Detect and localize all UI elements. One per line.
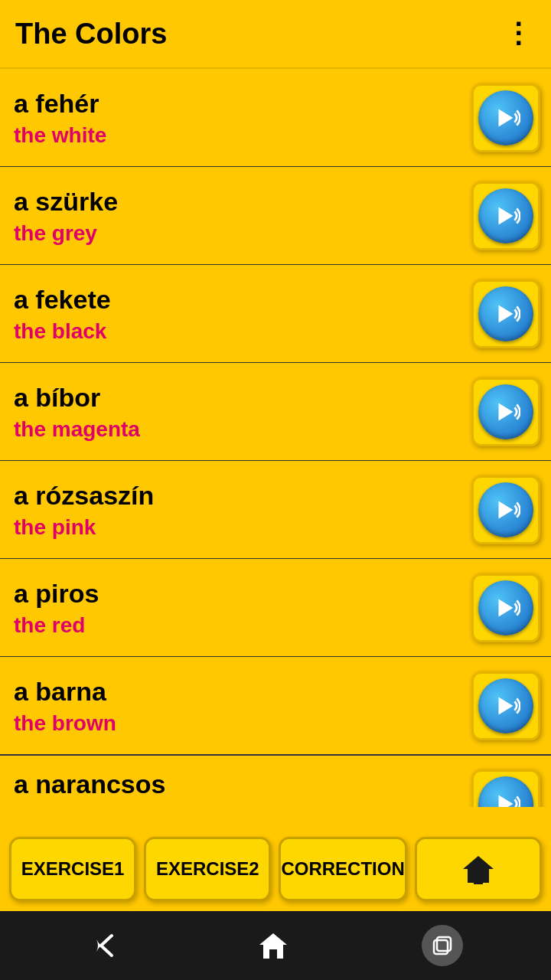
menu-icon[interactable]: ⋮: [500, 14, 536, 54]
list-item: a barna the brown: [0, 657, 551, 755]
item-secondary-2: the black: [14, 319, 111, 344]
audio-button-6[interactable]: [471, 671, 540, 740]
list-item: a fehér the white: [0, 69, 551, 167]
bottom-toolbar: EXERCISE1 EXERCISE2 CORRECTION: [0, 827, 551, 911]
page-title: The Colors: [15, 18, 167, 51]
list-item: a piros the red: [0, 559, 551, 657]
item-primary-3: a bíbor: [14, 383, 140, 413]
audio-button-7[interactable]: [471, 769, 540, 807]
audio-button-2[interactable]: [471, 279, 540, 348]
audio-button-3[interactable]: [471, 377, 540, 446]
audio-button-5[interactable]: [471, 573, 540, 642]
recents-button[interactable]: [422, 925, 463, 966]
item-text-3: a bíbor the magenta: [14, 383, 140, 442]
svg-rect-12: [437, 937, 451, 951]
item-text-4: a rózsaszín the pink: [14, 481, 154, 540]
item-secondary-4: the pink: [14, 515, 154, 540]
exercise1-button[interactable]: EXERCISE1: [9, 837, 136, 901]
home-icon: [461, 852, 495, 886]
item-primary-7: a narancsos: [14, 769, 165, 799]
item-text-5: a piros the red: [14, 579, 99, 638]
item-text-0: a fehér the white: [14, 89, 106, 148]
item-primary-0: a fehér: [14, 89, 106, 119]
vocabulary-list: a fehér the white a szürke the grey a fe…: [0, 69, 551, 827]
android-nav-bar: [0, 911, 551, 980]
item-secondary-0: the white: [14, 123, 106, 148]
svg-marker-1: [499, 207, 514, 225]
item-primary-2: a fekete: [14, 285, 111, 315]
item-secondary-1: the grey: [14, 221, 118, 246]
item-secondary-3: the magenta: [14, 417, 140, 442]
item-text-6: a barna the brown: [14, 677, 116, 736]
app-header: The Colors ⋮: [0, 0, 551, 69]
item-secondary-6: the brown: [14, 711, 116, 736]
svg-marker-6: [499, 697, 514, 715]
svg-marker-10: [259, 933, 287, 959]
list-item: a bíbor the magenta: [0, 363, 551, 461]
home-nav-button[interactable]: [255, 927, 292, 964]
correction-button[interactable]: CORRECTION: [279, 837, 406, 901]
item-secondary-5: the red: [14, 613, 99, 638]
svg-rect-11: [434, 940, 448, 954]
svg-marker-0: [499, 109, 514, 127]
item-primary-1: a szürke: [14, 187, 118, 217]
exercise2-button[interactable]: EXERCISE2: [144, 837, 271, 901]
item-primary-5: a piros: [14, 579, 99, 609]
svg-marker-5: [499, 599, 514, 617]
audio-button-0[interactable]: [471, 83, 540, 152]
svg-marker-7: [499, 795, 514, 807]
home-button[interactable]: [415, 837, 542, 901]
list-item: a szürke the grey: [0, 167, 551, 265]
svg-marker-3: [499, 403, 514, 421]
svg-rect-9: [474, 874, 483, 884]
list-item: a rózsaszín the pink: [0, 461, 551, 559]
svg-marker-2: [499, 305, 514, 323]
audio-circle-0: [478, 90, 533, 145]
item-primary-6: a barna: [14, 677, 116, 707]
audio-button-1[interactable]: [471, 181, 540, 250]
audio-button-4[interactable]: [471, 475, 540, 544]
list-item-partial: a narancsos: [0, 755, 551, 807]
item-text-1: a szürke the grey: [14, 187, 118, 246]
item-primary-4: a rózsaszín: [14, 481, 154, 511]
item-text-7: a narancsos: [14, 769, 165, 799]
svg-marker-4: [499, 501, 514, 519]
list-item: a fekete the black: [0, 265, 551, 363]
back-button[interactable]: [88, 927, 125, 964]
item-text-2: a fekete the black: [14, 285, 111, 344]
